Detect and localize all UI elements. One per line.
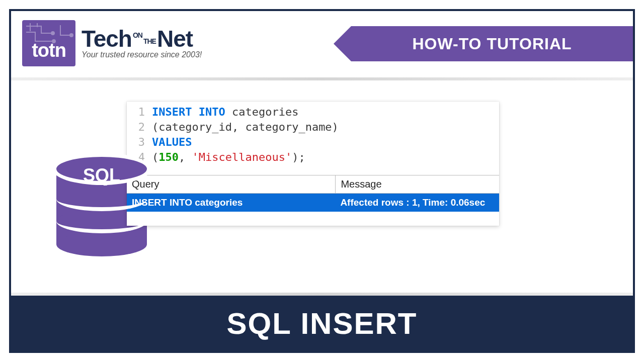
sql-code-editor: 1INSERT INTO categories2(category_id, ca… (127, 102, 499, 175)
results-row-selected[interactable]: INSERT INTO categories Affected rows : 1… (127, 194, 499, 212)
svg-point-0 (51, 32, 54, 35)
brand-logo-box: totn (22, 20, 75, 66)
slide-frame: totn TechONTHENet Your trusted resource … (9, 9, 635, 353)
ribbon-label: HOW-TO TUTORIAL (412, 35, 572, 53)
header: totn TechONTHENet Your trusted resource … (11, 11, 633, 71)
svg-point-2 (70, 34, 73, 37)
code-line: 1INSERT INTO categories (127, 105, 499, 120)
results-table: Query Message INSERT INTO categories Aff… (127, 175, 499, 226)
brand-name-net: Net (157, 26, 193, 52)
footer-bar: SQL INSERT (11, 296, 633, 351)
slide-title: SQL INSERT (227, 306, 418, 341)
brand-name-tech: Tech (82, 26, 132, 52)
database-icon: SQL (56, 157, 147, 252)
tutorial-ribbon: HOW-TO TUTORIAL (351, 26, 633, 61)
brand-name-the: THE (143, 37, 156, 45)
brand-name-on: ON (133, 31, 142, 39)
sql-panel: 1INSERT INTO categories2(category_id, ca… (127, 102, 499, 226)
code-content: INSERT INTO categories (152, 105, 298, 120)
line-number: 1 (127, 105, 152, 120)
code-line: 4(150, 'Miscellaneous'); (127, 150, 499, 165)
code-content: (150, 'Miscellaneous'); (152, 150, 305, 165)
line-number: 3 (127, 135, 152, 150)
brand-tagline: Your trusted resource since 2003! (82, 50, 202, 59)
code-line: 3VALUES (127, 135, 499, 150)
results-blank-row (127, 212, 499, 226)
result-query-cell: INSERT INTO categories (127, 194, 335, 212)
brand-logo-text: totn (32, 40, 66, 61)
col-query: Query (127, 175, 335, 193)
results-header: Query Message (127, 175, 499, 194)
line-number: 2 (127, 120, 152, 135)
code-line: 2(category_id, category_name) (127, 120, 499, 135)
code-content: (category_id, category_name) (152, 120, 339, 135)
brand-name: TechONTHENet (82, 25, 202, 52)
col-message: Message (335, 175, 499, 193)
brand-wordmark: TechONTHENet Your trusted resource since… (82, 25, 202, 59)
result-message-cell: Affected rows : 1, Time: 0.06sec (335, 194, 499, 212)
database-icon-label: SQL (56, 165, 147, 186)
divider-top (11, 77, 633, 80)
code-content: VALUES (152, 135, 192, 150)
